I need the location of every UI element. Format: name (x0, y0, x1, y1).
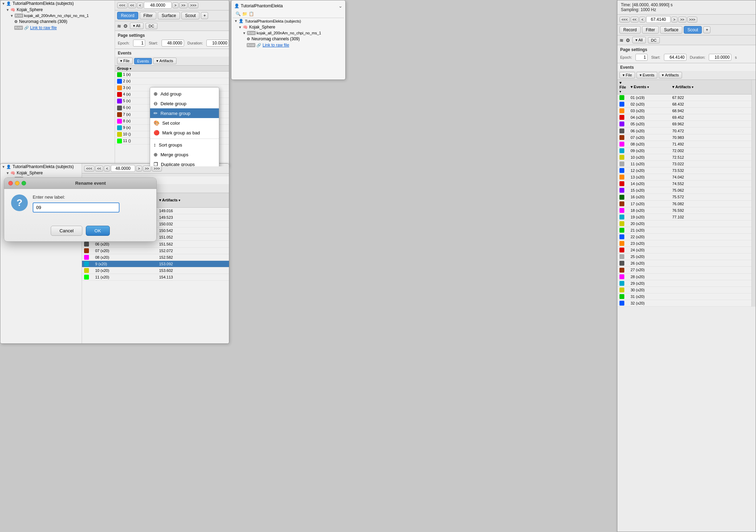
dialog-text-input[interactable] (33, 202, 120, 213)
r-all-btn[interactable]: ▾ All (632, 37, 646, 43)
r-col-file[interactable]: ▾ File (617, 80, 628, 94)
right-event-row[interactable]: 31 (x20) (617, 293, 751, 300)
menu-duplicate-groups[interactable]: ❐ Duplicate groups (150, 159, 219, 167)
mid-dropdown-icon[interactable]: ⌄ (338, 3, 343, 9)
tree-child3-item[interactable]: ⚙ Neuromag channels (309) (0, 18, 115, 25)
surface-tab[interactable]: Surface (158, 12, 180, 19)
menu-rename-group[interactable]: ✏ Rename group (150, 108, 219, 118)
right-event-row[interactable]: 10 (x20)72.512 (617, 154, 751, 160)
r-surface-tab[interactable]: Surface (660, 26, 682, 34)
right-event-row[interactable]: 26 (x20) (617, 260, 751, 267)
menu-add-group[interactable]: ⊕ Add group (150, 89, 219, 99)
r-scout-tab[interactable]: Scout (684, 26, 702, 34)
bl-event-row[interactable]: 10 (x20)153.602 (82, 267, 229, 274)
r-filter-tab[interactable]: Filter (642, 26, 659, 34)
r-time-input[interactable] (646, 16, 671, 23)
bl-event-row[interactable]: 08 (x20)152.582 (82, 254, 229, 260)
right-event-row[interactable]: 14 (x20)74.552 (617, 181, 751, 187)
menu-delete-group[interactable]: ⊖ Delete group (150, 99, 219, 108)
right-event-row[interactable]: 17 (x20)76.082 (617, 200, 751, 207)
right-event-row[interactable]: 13 (x20)74.042 (617, 174, 751, 181)
right-event-row[interactable]: 03 (x20)68.942 (617, 108, 751, 114)
bl-time-input[interactable] (111, 165, 135, 172)
right-event-row[interactable]: 19 (x20)77.102 (617, 214, 751, 220)
scout-tab[interactable]: Scout (181, 12, 200, 19)
mid-icon3[interactable]: 📋 (249, 11, 254, 16)
r-settings-icon[interactable]: ⚙ (626, 38, 630, 43)
bl-event-row[interactable]: 07 (x20)152.072 (82, 247, 229, 254)
raw-link-item[interactable]: RAW 🔗 Link to raw file (0, 25, 115, 31)
mid-child3-item[interactable]: ⚙ Neuromag channels (309) (233, 36, 344, 42)
right-event-row[interactable]: 32 (x20) (617, 300, 751, 306)
mid-child2-item[interactable]: ▼ RAW kojak_all_200nAm_no_chpi_no_ms_1 (233, 30, 344, 36)
mid-icon2[interactable]: 📁 (242, 11, 247, 16)
left-event-row[interactable]: 2 (x) (115, 78, 229, 85)
events-artifacts-tab[interactable]: ▾ Artifacts (153, 58, 176, 64)
right-event-row[interactable]: 22 (x20) (617, 233, 751, 240)
right-event-row[interactable]: 28 (x20) (617, 273, 751, 280)
events-events-tab[interactable]: Events (134, 58, 152, 64)
r-plus-btn[interactable]: + (703, 26, 710, 33)
right-event-row[interactable]: 06 (x20)70.472 (617, 127, 751, 134)
right-event-row[interactable]: 25 (x20) (617, 253, 751, 260)
left-event-row[interactable]: 1 (x) (115, 72, 229, 78)
right-event-row[interactable]: 20 (x20) (617, 220, 751, 227)
right-event-row[interactable]: 12 (x20)73.532 (617, 167, 751, 174)
r-epoch-input[interactable] (635, 54, 648, 61)
events-file-tab[interactable]: ▾ File (117, 58, 133, 64)
right-event-row[interactable]: 08 (x20)71.492 (617, 141, 751, 147)
right-event-row[interactable]: 21 (x20) (617, 227, 751, 233)
fullscreen-btn[interactable] (22, 181, 26, 185)
r-dc-btn[interactable]: DC (648, 37, 660, 43)
tree-child2-item[interactable]: ▼ RAW kojak_all_200nAm_no_chpi_no_ms_1 (0, 13, 115, 18)
mid-subjects-item[interactable]: ▼ 👤 TutorialPhantomElekta (subjects) (233, 18, 344, 24)
right-event-row[interactable]: 18 (x20)76.592 (617, 207, 751, 214)
all-select-btn[interactable]: ▾ All (130, 23, 143, 29)
dc-btn[interactable]: DC (146, 23, 157, 29)
right-event-row[interactable]: 02 (x20)68.432 (617, 101, 751, 108)
right-event-row[interactable]: 05 (x20)69.962 (617, 121, 751, 127)
plus-btn[interactable]: + (201, 12, 208, 19)
nav-back-btn[interactable]: < (137, 2, 143, 8)
bl-nav-back[interactable]: < (104, 166, 110, 172)
right-event-row[interactable]: 29 (x20) (617, 280, 751, 286)
right-event-row[interactable]: 07 (x20)70.983 (617, 134, 751, 141)
nav-fwd2-btn[interactable]: >> (179, 2, 188, 8)
r-record-tab[interactable]: Record (619, 26, 641, 34)
close-btn[interactable] (8, 181, 13, 185)
bl-event-row[interactable]: 9 (x20)153.092 (82, 260, 229, 267)
r-events-artifacts-tab[interactable]: ▾ Artifacts (659, 72, 682, 78)
tree-child1-item[interactable]: ▼ 🧠 Kojak_Sphere (0, 7, 115, 13)
right-event-row[interactable]: 30 (x20) (617, 286, 751, 293)
r-col-events[interactable]: ▾ Events (628, 80, 670, 94)
r-start-input[interactable] (664, 54, 687, 61)
mid-child1-item[interactable]: ▼ 🧠 Kojak_Sphere (233, 24, 344, 30)
tree-root-item[interactable]: ▼ 👤 TutorialPhantomElekta (subjects) (0, 0, 115, 7)
bl-col-artifacts[interactable]: ▾ Artifacts (157, 193, 229, 208)
bl-tree-child1[interactable]: ▼ 🧠 Kojak_Sphere (0, 170, 82, 176)
menu-set-color[interactable]: 🎨 Set color (150, 118, 219, 128)
mid-raw-link-item[interactable]: RAW 🔗 Link to raw file (233, 42, 344, 48)
col-group[interactable]: Group (115, 66, 229, 72)
minimize-btn[interactable] (15, 181, 19, 185)
record-tab[interactable]: Record (117, 12, 138, 19)
nav-end-btn[interactable]: >>> (188, 2, 199, 8)
right-event-row[interactable]: 16 (x20)75.572 (617, 194, 751, 200)
r-events-file-tab[interactable]: ▾ File (619, 72, 635, 78)
bl-nav-back2[interactable]: << (95, 166, 104, 172)
right-scrollbar[interactable] (751, 80, 756, 307)
bl-tree-root[interactable]: ▼ 👤 TutorialPhantomElekta (subjects) (0, 164, 82, 170)
mid-icon1[interactable]: 🔍 (236, 11, 241, 16)
right-event-row[interactable]: 15 (x20)75.062 (617, 187, 751, 194)
duration-input[interactable] (206, 40, 229, 47)
right-event-row[interactable]: 27 (x20) (617, 267, 751, 273)
start-input[interactable] (162, 40, 184, 47)
cancel-button[interactable]: Cancel (51, 226, 82, 236)
r-nav-end[interactable]: >>> (687, 17, 698, 23)
right-event-row[interactable]: 01 (x19)67.922 (617, 94, 751, 101)
right-event-row[interactable]: 04 (x20)69.452 (617, 114, 751, 121)
bl-nav-fwd[interactable]: > (136, 166, 142, 172)
bl-nav-fwd2[interactable]: >> (143, 166, 151, 172)
r-events-events-tab[interactable]: ▾ Events (636, 72, 658, 78)
r-col-artifacts[interactable]: ▾ Artifacts (670, 80, 751, 94)
